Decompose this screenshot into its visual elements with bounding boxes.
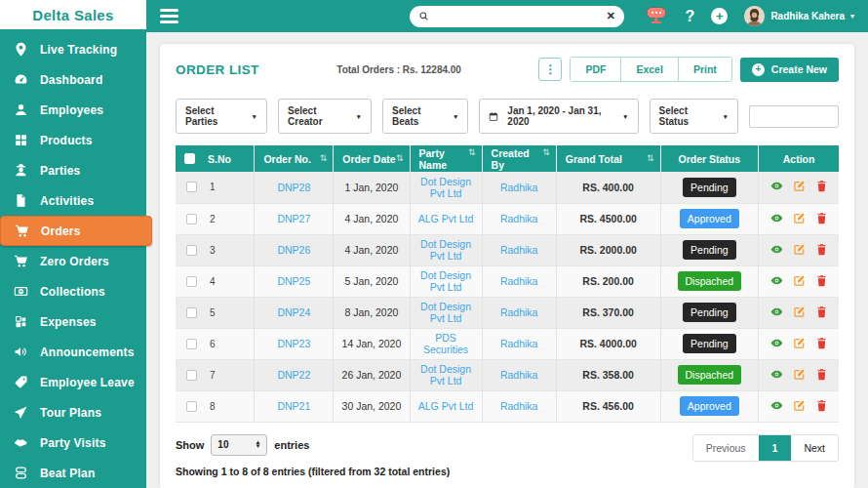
- view-icon[interactable]: [770, 368, 783, 381]
- row-checkbox[interactable]: [186, 401, 197, 412]
- created-by-link[interactable]: Radhika: [500, 182, 538, 193]
- created-by-link[interactable]: Radhika: [500, 275, 538, 287]
- view-icon[interactable]: [770, 399, 783, 412]
- delete-icon[interactable]: [815, 305, 828, 318]
- create-new-button[interactable]: + Create New: [740, 58, 839, 82]
- select-all-checkbox[interactable]: [184, 153, 195, 164]
- party-name-link[interactable]: Dot Design Pvt Ltd: [420, 238, 471, 262]
- edit-icon[interactable]: [793, 305, 806, 318]
- view-icon[interactable]: [770, 243, 783, 256]
- view-icon[interactable]: [770, 180, 783, 192]
- user-menu[interactable]: Radhika Kahera ▾: [744, 6, 854, 26]
- select-creator-dropdown[interactable]: Select Creator▼: [278, 99, 372, 134]
- row-checkbox[interactable]: [186, 370, 197, 381]
- current-page-button[interactable]: 1: [759, 435, 792, 461]
- delete-icon[interactable]: [815, 274, 828, 287]
- order-number-link[interactable]: DNP28: [277, 182, 310, 193]
- delete-icon[interactable]: [815, 212, 828, 224]
- edit-icon[interactable]: [793, 337, 806, 349]
- created-by-link[interactable]: Radhika: [500, 369, 538, 381]
- delete-icon[interactable]: [815, 368, 828, 381]
- order-number-link[interactable]: DNP26: [277, 244, 310, 256]
- order-number-link[interactable]: DNP22: [277, 369, 310, 381]
- sidebar-item-employees[interactable]: Employees: [0, 95, 146, 125]
- order-number-link[interactable]: DNP25: [277, 275, 310, 287]
- sidebar-item-live-tracking[interactable]: Live Tracking: [0, 34, 146, 64]
- order-number-link[interactable]: DNP27: [277, 213, 310, 224]
- row-checkbox[interactable]: [186, 214, 197, 224]
- party-name-link[interactable]: PDS Securities: [423, 332, 468, 355]
- column-header-grand-total[interactable]: ⇅Grand Total: [556, 145, 660, 172]
- party-name-link[interactable]: ALG Pvt Ltd: [418, 400, 474, 412]
- view-icon[interactable]: [770, 305, 783, 318]
- select-status-dropdown[interactable]: Select Status▼: [650, 99, 738, 134]
- sidebar-item-orders[interactable]: Orders: [0, 216, 152, 246]
- edit-icon[interactable]: [793, 180, 806, 192]
- print-button[interactable]: Print: [678, 58, 731, 81]
- created-by-link[interactable]: Radhika: [500, 338, 538, 349]
- notifications-icon[interactable]: [643, 5, 669, 28]
- row-checkbox[interactable]: [186, 307, 197, 318]
- edit-icon[interactable]: [793, 368, 806, 381]
- sidebar-item-party-visits[interactable]: Party Visits: [0, 427, 146, 458]
- row-checkbox[interactable]: [186, 182, 197, 192]
- row-checkbox[interactable]: [186, 339, 197, 349]
- order-number-link[interactable]: DNP24: [277, 306, 310, 318]
- edit-icon[interactable]: [793, 274, 806, 287]
- sidebar-item-tour-plans[interactable]: Tour Plans: [0, 397, 146, 427]
- order-number-link[interactable]: DNP21: [277, 400, 310, 412]
- edit-icon[interactable]: [793, 399, 806, 412]
- column-header-created-by[interactable]: ⇅Created By: [482, 145, 556, 172]
- select-beats-dropdown[interactable]: Select Beats▼: [382, 99, 468, 134]
- edit-icon[interactable]: [793, 243, 806, 256]
- search-clear-icon[interactable]: ✕: [607, 11, 615, 21]
- more-options-button[interactable]: ⋮: [538, 58, 562, 81]
- view-icon[interactable]: [770, 337, 783, 349]
- row-checkbox[interactable]: [186, 245, 197, 256]
- sort-icon[interactable]: ⇅: [542, 147, 550, 157]
- delete-icon[interactable]: [815, 399, 828, 412]
- sidebar-item-beat-plan[interactable]: Beat Plan: [0, 458, 146, 488]
- view-icon[interactable]: [770, 274, 783, 287]
- page-size-select[interactable]: 10 ▲▼: [211, 434, 267, 456]
- party-name-link[interactable]: ALG Pvt Ltd: [418, 213, 474, 224]
- created-by-link[interactable]: Radhika: [500, 213, 538, 224]
- column-header-order-no-[interactable]: ⇅Order No.: [255, 145, 334, 172]
- sort-icon[interactable]: ⇅: [647, 153, 654, 163]
- sidebar-item-parties[interactable]: Parties: [0, 155, 146, 185]
- delete-icon[interactable]: [815, 243, 828, 256]
- edit-icon[interactable]: [793, 212, 806, 224]
- column-header-order-date[interactable]: ⇅Order Date: [334, 145, 410, 172]
- sidebar-item-announcements[interactable]: Announcements: [0, 337, 146, 367]
- party-name-link[interactable]: Dot Design Pvt Ltd: [420, 269, 471, 293]
- previous-page-button[interactable]: Previous: [693, 435, 759, 461]
- sidebar-item-dashboard[interactable]: Dashboard: [0, 64, 146, 95]
- party-name-link[interactable]: Dot Design Pvt Ltd: [420, 176, 471, 199]
- sidebar-item-activities[interactable]: Activities: [0, 185, 146, 216]
- created-by-link[interactable]: Radhika: [500, 306, 538, 318]
- view-icon[interactable]: [770, 212, 783, 224]
- created-by-link[interactable]: Radhika: [500, 244, 538, 256]
- delete-icon[interactable]: [815, 180, 828, 192]
- date-range-picker[interactable]: Jan 1, 2020 - Jan 31, 2020▼: [479, 99, 638, 134]
- table-search-input[interactable]: [749, 105, 839, 128]
- party-name-link[interactable]: Dot Design Pvt Ltd: [420, 301, 471, 324]
- sidebar-item-collections[interactable]: 1Collections: [0, 276, 146, 306]
- sidebar-item-employee-leave[interactable]: Employee Leave: [0, 367, 146, 397]
- next-page-button[interactable]: Next: [791, 435, 838, 461]
- quick-add-icon[interactable]: +: [711, 8, 728, 24]
- party-name-link[interactable]: Dot Design Pvt Ltd: [420, 363, 471, 386]
- pdf-button[interactable]: PDF: [571, 58, 620, 81]
- excel-button[interactable]: Excel: [620, 58, 677, 81]
- row-checkbox[interactable]: [186, 276, 197, 287]
- menu-toggle-icon[interactable]: [160, 9, 178, 23]
- sidebar-item-expenses[interactable]: Expenses: [0, 306, 146, 337]
- sidebar-item-products[interactable]: Products: [0, 125, 146, 155]
- created-by-link[interactable]: Radhika: [500, 400, 538, 412]
- sort-icon[interactable]: ⇅: [396, 153, 404, 163]
- select-parties-dropdown[interactable]: Select Parties▼: [176, 99, 267, 134]
- delete-icon[interactable]: [815, 337, 828, 349]
- sidebar-item-zero-orders[interactable]: Zero Orders: [0, 246, 146, 276]
- order-number-link[interactable]: DNP23: [277, 338, 310, 349]
- column-header-party-name[interactable]: ⇅Party Name: [410, 145, 482, 172]
